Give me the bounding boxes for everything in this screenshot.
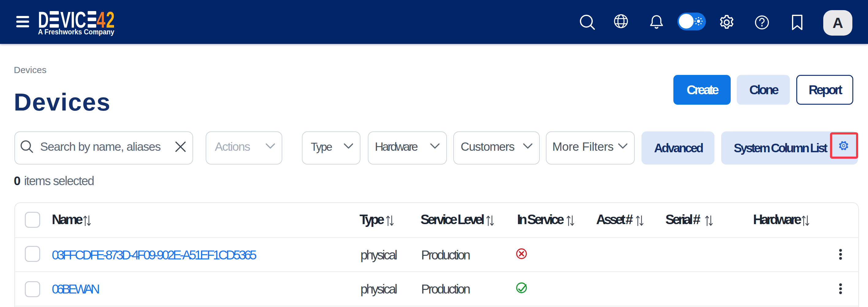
svg-text:A Freshworks Company: A Freshworks Company [38,28,114,36]
